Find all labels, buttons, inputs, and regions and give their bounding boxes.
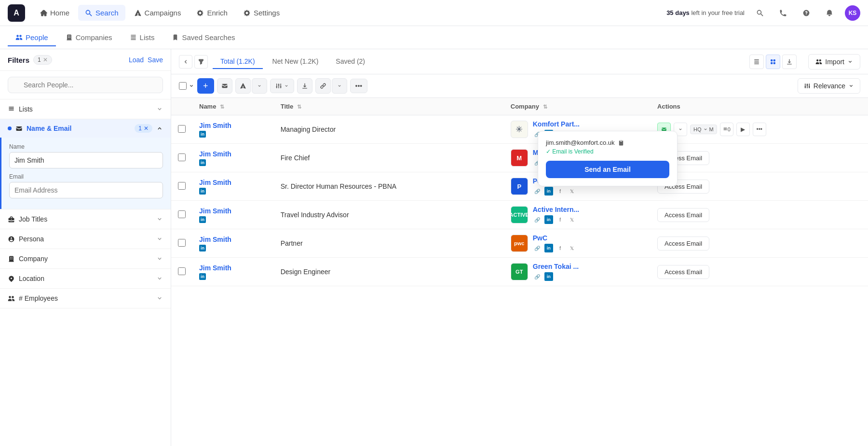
nav-campaigns[interactable]: Campaigns	[127, 5, 188, 21]
tab-saved[interactable]: Saved (2)	[328, 55, 373, 69]
subnav-lists[interactable]: Lists	[122, 29, 163, 46]
company-twitter-icon[interactable]: 𝕏	[568, 215, 576, 224]
linkedin-icon[interactable]: in	[199, 273, 206, 280]
person-name[interactable]: Jim Smith	[199, 122, 267, 129]
col-name[interactable]: Name ⇅	[192, 98, 274, 115]
name-email-clear-icon[interactable]: ✕	[144, 125, 149, 132]
phone-icon-btn[interactable]	[775, 5, 791, 21]
row-checkbox[interactable]	[178, 182, 186, 190]
list-view-btn[interactable]	[749, 55, 764, 69]
people-search-input[interactable]	[8, 77, 163, 93]
tab-total[interactable]: Total (1.2K)	[213, 55, 263, 69]
persona-icon	[8, 236, 15, 243]
bell-icon-btn[interactable]	[822, 5, 837, 21]
company-facebook-icon[interactable]: f	[556, 244, 565, 252]
company-name[interactable]: Green Tokai ...	[533, 263, 579, 270]
grid-view-btn[interactable]	[766, 55, 780, 69]
subnav-people[interactable]: People	[8, 29, 56, 46]
add-button[interactable]: +	[197, 78, 214, 94]
company-link-icon[interactable]: 🔗	[533, 187, 542, 195]
name-email-header[interactable]: Name & Email 1 ✕	[0, 119, 171, 138]
company-linkedin-icon[interactable]: in	[544, 272, 553, 281]
access-email-button[interactable]: Access Email	[657, 237, 709, 251]
email-toolbar-btn[interactable]	[217, 78, 232, 94]
company-twitter-icon[interactable]: 𝕏	[568, 187, 576, 195]
send-email-button[interactable]: Send an Email	[546, 161, 669, 178]
phone-count-btn[interactable]: 0	[720, 123, 733, 136]
job-titles-header[interactable]: Job Titles	[0, 209, 171, 229]
help-icon-btn[interactable]	[799, 5, 814, 21]
linkedin-icon[interactable]: in	[199, 131, 206, 138]
company-link-icon[interactable]: 🔗	[533, 215, 542, 224]
company-name[interactable]: PwC	[533, 234, 576, 242]
company-facebook-icon[interactable]: f	[556, 215, 565, 224]
company-facebook-icon[interactable]: f	[556, 187, 565, 195]
filter-tab-btn[interactable]	[194, 55, 208, 69]
nav-search[interactable]: Search	[78, 5, 125, 21]
subnav-companies[interactable]: Companies	[58, 29, 120, 46]
link-chevron-btn[interactable]	[332, 78, 347, 94]
person-name[interactable]: Jim Smith	[199, 264, 267, 272]
link-btn[interactable]	[315, 78, 331, 94]
linkedin-icon[interactable]: in	[199, 245, 206, 251]
company-linkedin-icon[interactable]: in	[544, 187, 553, 195]
company-header[interactable]: Company	[0, 249, 171, 268]
person-name[interactable]: Jim Smith	[199, 150, 267, 158]
company-link-icon[interactable]: 🔗	[533, 244, 542, 252]
row-checkbox[interactable]	[178, 267, 186, 275]
user-avatar[interactable]: KS	[845, 5, 860, 21]
import-button[interactable]: Import	[808, 54, 860, 70]
employees-header[interactable]: # Employees	[0, 289, 171, 308]
app-logo[interactable]: A	[8, 4, 25, 22]
row-checkbox[interactable]	[178, 210, 186, 218]
row-more-btn[interactable]: •••	[753, 123, 766, 136]
row-checkbox[interactable]	[178, 239, 186, 247]
filter-clear-icon[interactable]: ✕	[43, 56, 48, 63]
person-name[interactable]: Jim Smith	[199, 179, 267, 186]
row-checkbox[interactable]	[178, 153, 186, 161]
load-button[interactable]: Load	[129, 56, 144, 64]
company-linkedin-icon[interactable]: in	[544, 244, 553, 252]
sequence-chevron-btn[interactable]	[252, 78, 267, 94]
tab-prev-btn[interactable]	[179, 55, 192, 69]
nav-enrich[interactable]: Enrich	[190, 5, 234, 21]
company-links: 🔗 in	[533, 272, 579, 281]
export-view-btn[interactable]	[782, 55, 797, 69]
more-actions-btn[interactable]: •••	[350, 79, 368, 93]
filter-section-lists-header[interactable]: Lists	[0, 99, 171, 119]
company-linkedin-icon[interactable]: in	[544, 215, 553, 224]
col-company[interactable]: Company ⇅	[504, 98, 651, 115]
location-header[interactable]: Location	[0, 269, 171, 288]
linkedin-icon[interactable]: in	[199, 216, 206, 223]
sequence-btn[interactable]	[235, 78, 251, 94]
nav-home[interactable]: Home	[33, 5, 76, 21]
relevance-select[interactable]: Relevance	[798, 78, 860, 94]
company-cell: pwc PwC 🔗 in f 𝕏	[511, 234, 644, 252]
linkedin-icon[interactable]: in	[199, 159, 206, 166]
email-input[interactable]	[9, 182, 163, 198]
copy-icon[interactable]	[618, 139, 624, 146]
tab-net-new[interactable]: Net New (1.2K)	[265, 55, 326, 69]
access-email-button[interactable]: Access Email	[657, 208, 709, 222]
download-btn[interactable]	[297, 78, 312, 94]
access-email-button[interactable]: Access Email	[657, 265, 709, 279]
search-icon-btn[interactable]	[752, 5, 768, 21]
company-twitter-icon[interactable]: 𝕏	[568, 244, 576, 252]
row-checkbox[interactable]	[178, 125, 186, 133]
sort-btn[interactable]	[270, 79, 294, 93]
company-name[interactable]: Active Intern...	[533, 206, 579, 213]
company-link-icon[interactable]: 🔗	[533, 272, 542, 281]
person-name[interactable]: Jim Smith	[199, 236, 267, 243]
company-name[interactable]: Komfort Part...	[533, 120, 580, 128]
save-button[interactable]: Save	[148, 56, 163, 64]
col-title[interactable]: Title ⇅	[274, 98, 504, 115]
linkedin-icon[interactable]: in	[199, 188, 206, 195]
subnav-saved-searches[interactable]: Saved Searches	[164, 29, 243, 46]
select-dropdown-icon[interactable]	[189, 83, 194, 89]
row-action-btn[interactable]: ▶	[736, 123, 750, 136]
nav-settings[interactable]: Settings	[236, 5, 286, 21]
persona-header[interactable]: Persona	[0, 229, 171, 249]
name-input[interactable]	[9, 152, 163, 168]
person-name[interactable]: Jim Smith	[199, 207, 267, 215]
select-all-checkbox[interactable]	[179, 82, 187, 90]
